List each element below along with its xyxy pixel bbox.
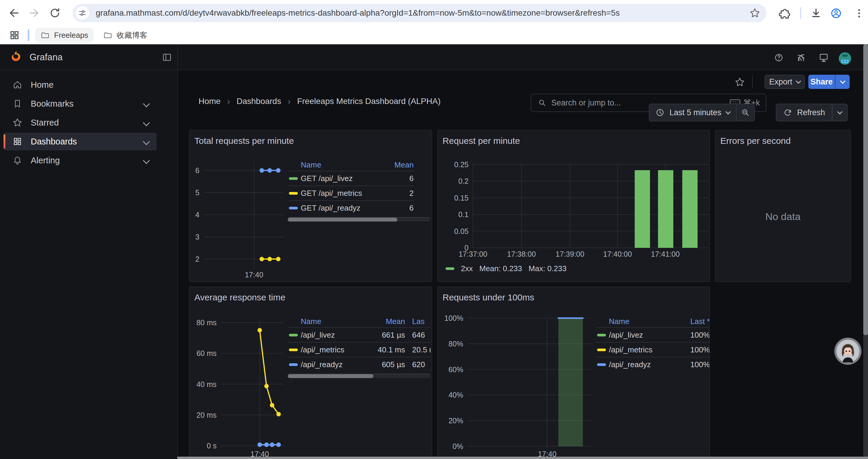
bookmark-folder-blogs[interactable]: 收藏博客 <box>98 28 153 42</box>
legend-scrollbar[interactable] <box>288 217 430 222</box>
chevron-down-icon[interactable] <box>143 119 150 126</box>
news-rss-icon[interactable] <box>796 52 807 63</box>
svg-text:20%: 20% <box>448 417 463 425</box>
legend-series-name[interactable]: 2xx <box>461 264 473 273</box>
legend-row[interactable]: /api/_livez100% <box>596 327 710 342</box>
legend-column-header[interactable]: Mean <box>370 317 405 326</box>
favorite-star-icon[interactable] <box>735 77 745 88</box>
breadcrumb-separator: › <box>227 96 230 106</box>
sidebar-item-starred[interactable]: Starred <box>4 114 157 131</box>
legend-series-name[interactable]: /api/_livez <box>609 330 672 340</box>
legend-scrollbar[interactable] <box>288 374 430 378</box>
horizontal-scrollbar[interactable] <box>177 457 868 459</box>
legend-table-header[interactable]: NameLast * <box>596 316 710 327</box>
panel-total-requests[interactable]: Total requests per minute 6543217:40 Nam… <box>189 130 432 282</box>
panel-average-response-time[interactable]: Average response time 80 ms60 ms40 ms20 … <box>189 287 432 459</box>
legend-column-header[interactable]: Last * <box>672 317 710 326</box>
refresh-controls: Refresh <box>776 104 848 121</box>
bookmark-folder-freeleaps[interactable]: Freeleaps <box>35 28 94 42</box>
export-button[interactable]: Export <box>765 75 805 89</box>
share-button[interactable]: Share <box>808 75 835 89</box>
back-icon[interactable] <box>8 6 21 20</box>
chevron-down-icon[interactable] <box>143 157 150 164</box>
url-bar[interactable]: grafana.mathmast.com/d/deytv4rwavabkb/fr… <box>73 4 766 22</box>
legend-row[interactable]: /api/_readyz100% <box>596 357 710 371</box>
legend-row[interactable]: /api/_readyz605 µs620 <box>288 357 430 371</box>
sidebar-item-home[interactable]: Home <box>4 76 157 94</box>
legend-row[interactable]: GET /api/_readyz6 <box>288 200 414 215</box>
bookmark-folder-label[interactable]: 收藏博客 <box>117 30 148 40</box>
panel-requests-under-100ms[interactable]: Requests under 100ms 100%80%60%40%20%0%1… <box>437 287 710 459</box>
legend-row[interactable]: GET /api/_livez6 <box>288 171 414 186</box>
legend-column-header[interactable]: Name <box>301 160 381 169</box>
legend-row[interactable]: /api/_metrics40.1 ms20.5 r <box>288 342 430 357</box>
legend-series-name[interactable]: /api/_readyz <box>609 360 672 369</box>
legend-column-header[interactable]: Las <box>405 317 430 326</box>
menu-kebab-icon[interactable] <box>852 7 866 20</box>
monitor-icon[interactable] <box>818 52 829 63</box>
legend-series-name[interactable]: /api/_metrics <box>301 345 370 355</box>
zoom-out-button[interactable] <box>737 104 755 121</box>
panel-errors-per-second[interactable]: Errors per second No data <box>715 130 851 282</box>
breadcrumb-dashboards[interactable]: Dashboards <box>237 97 281 106</box>
sidebar-item-dashboards[interactable]: Dashboards <box>4 133 157 150</box>
legend-column-header[interactable]: Name <box>301 317 370 326</box>
sidebar-item-alerting[interactable]: Alerting <box>4 152 157 169</box>
legend-table-header[interactable]: NameMean <box>288 159 414 171</box>
search-icon <box>538 98 547 107</box>
panel-request-per-minute[interactable]: Request per minute 0.250.20.150.10.05017… <box>437 130 710 282</box>
legend-series-name[interactable]: /api/_readyz <box>301 360 370 369</box>
legend-series-name[interactable]: GET /api/_livez <box>301 174 381 183</box>
extensions-icon[interactable] <box>778 7 791 20</box>
help-icon[interactable] <box>773 52 784 63</box>
assistant-avatar[interactable] <box>834 338 862 365</box>
star-icon <box>12 118 23 128</box>
chevron-down-icon <box>840 78 845 84</box>
legend-series-name[interactable]: /api/_metrics <box>609 345 672 355</box>
reload-icon[interactable] <box>49 6 61 20</box>
legend[interactable]: 2xx Mean: 0.233 Max: 0.233 <box>445 264 567 273</box>
panel-title[interactable]: Errors per second <box>720 136 790 146</box>
legend-value: 2 <box>381 189 414 198</box>
legend-series-name[interactable]: GET /api/_metrics <box>301 189 381 198</box>
svg-text:2: 2 <box>195 255 199 263</box>
legend-row[interactable]: /api/_livez661 µs646 <box>288 327 430 342</box>
legend-value: 100% <box>672 345 710 355</box>
svg-text:6: 6 <box>195 166 199 174</box>
chevron-down-icon[interactable] <box>143 138 150 145</box>
sidebar-toggle-icon[interactable] <box>162 52 172 62</box>
zoom-out-icon <box>741 108 750 117</box>
legend-column-header[interactable]: Name <box>609 317 672 326</box>
legend-table-header[interactable]: NameMeanLas <box>288 316 430 327</box>
legend-value: 40.1 ms <box>370 345 405 355</box>
time-range-picker[interactable]: Last 5 minutes <box>649 104 737 121</box>
apps-grid-icon[interactable] <box>9 30 20 41</box>
svg-text:80%: 80% <box>448 340 463 348</box>
legend-series-name[interactable]: GET /api/_readyz <box>301 203 381 213</box>
legend-row[interactable]: GET /api/_metrics2 <box>288 186 414 200</box>
dashboards-grid-icon <box>12 136 23 146</box>
profile-icon[interactable] <box>830 7 843 20</box>
download-icon[interactable] <box>809 7 823 20</box>
bookmark-folder-label[interactable]: Freeleaps <box>54 31 88 40</box>
legend-table: NameMeanGET /api/_livez6GET /api/_metric… <box>288 159 430 222</box>
sidebar-item-bookmarks[interactable]: Bookmarks <box>4 95 157 112</box>
no-data-message: No data <box>716 211 850 222</box>
time-controls: Last 5 minutes <box>649 104 755 121</box>
share-dropdown-button[interactable] <box>835 75 850 89</box>
legend-column-header[interactable]: Mean <box>381 160 414 169</box>
grafana-logo[interactable] <box>9 50 23 64</box>
brand-name[interactable]: Grafana <box>30 52 63 63</box>
bookmark-star-icon[interactable] <box>749 7 761 19</box>
browser-toolbar: grafana.mathmast.com/d/deytv4rwavabkb/fr… <box>0 0 868 26</box>
vertical-scrollbar-thumb[interactable] <box>863 44 868 335</box>
forward-icon[interactable] <box>28 6 40 20</box>
refresh-interval-dropdown[interactable] <box>832 104 848 121</box>
refresh-button[interactable]: Refresh <box>776 104 832 121</box>
legend-series-name[interactable]: /api/_livez <box>301 330 370 340</box>
breadcrumb-home[interactable]: Home <box>198 97 221 106</box>
url-text[interactable]: grafana.mathmast.com/d/deytv4rwavabkb/fr… <box>96 8 743 18</box>
site-settings-icon[interactable] <box>75 6 89 20</box>
legend-row[interactable]: /api/_metrics100% <box>596 342 710 357</box>
chevron-down-icon[interactable] <box>143 100 150 107</box>
